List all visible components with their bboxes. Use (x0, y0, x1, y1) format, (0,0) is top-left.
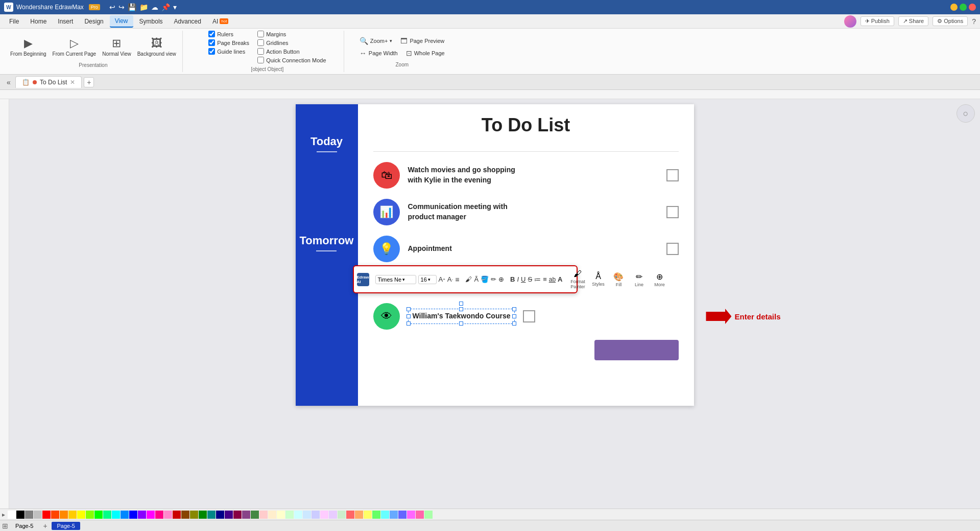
palette-expand-icon[interactable]: ▸ (2, 511, 5, 518)
color-swatch-38[interactable] (338, 511, 346, 519)
color-swatch-45[interactable] (398, 511, 407, 519)
color-swatch-21[interactable] (190, 511, 198, 519)
color-swatch-39[interactable] (346, 511, 354, 519)
menu-advanced[interactable]: Advanced (169, 16, 206, 27)
format-painter-icon[interactable]: 🖌 (465, 273, 472, 286)
color-swatch-44[interactable] (390, 511, 398, 519)
color-swatch-31[interactable] (277, 511, 285, 519)
color-swatch-37[interactable] (329, 511, 337, 519)
color-swatch-30[interactable] (268, 511, 276, 519)
page-tab-5-inactive[interactable]: Page-5 (10, 522, 38, 530)
todo-checkbox-2[interactable] (666, 206, 679, 218)
maximize-button[interactable] (960, 4, 967, 11)
todo-text-2[interactable]: Communication meeting withproduct manage… (408, 202, 658, 222)
color-swatch-36[interactable] (320, 511, 328, 519)
fill-button[interactable]: 🎨 Fill (609, 271, 628, 288)
cloud-icon[interactable]: ☁ (151, 3, 158, 11)
bold-button[interactable]: B (510, 273, 515, 286)
color-swatch-10[interactable] (94, 511, 103, 519)
undo-icon[interactable]: ↩ (109, 3, 115, 11)
bullet-list-button[interactable]: ≔ (534, 273, 541, 286)
menu-file[interactable]: File (4, 16, 24, 27)
more-icon[interactable]: ▾ (173, 3, 177, 11)
rulers-checkbox-row[interactable]: Rulers (208, 31, 249, 37)
fill-icon[interactable]: 🪣 (481, 273, 489, 286)
increase-font-button[interactable]: A+ (439, 273, 445, 286)
page-preview-button[interactable]: 🗖 Page Preview (397, 35, 447, 47)
styles-button[interactable]: Å Styles (589, 271, 607, 288)
color-swatch-1[interactable] (16, 511, 25, 519)
add-tab-button[interactable]: + (84, 77, 94, 87)
circle-button[interactable]: ○ (957, 104, 975, 123)
whole-page-button[interactable]: ⊡ Whole Page (403, 48, 448, 59)
normal-view-button[interactable]: ⊞ Normal View (100, 35, 133, 59)
color-swatch-46[interactable] (407, 511, 415, 519)
numbered-list-button[interactable]: ≡ (543, 273, 547, 286)
tab-todo-list[interactable]: 📋 To Do List ✕ (15, 76, 82, 88)
minimize-button[interactable] (950, 4, 958, 11)
margins-checkbox[interactable] (257, 31, 264, 37)
text-ab-button[interactable]: ab (549, 273, 556, 286)
more-options-icon[interactable]: ⊕ (498, 273, 504, 286)
color-swatch-32[interactable] (285, 511, 294, 519)
decrease-font-button[interactable]: A- (447, 273, 453, 286)
color-swatch-16[interactable] (147, 511, 155, 519)
purple-action-button[interactable] (594, 340, 679, 360)
strikethrough-button[interactable]: S (528, 273, 532, 286)
todo-checkbox-3[interactable] (666, 243, 679, 255)
gridlines-checkbox-row[interactable]: Gridlines (257, 39, 326, 46)
from-beginning-button[interactable]: ▶ From Beginning (8, 35, 49, 59)
gridlines-checkbox[interactable] (257, 39, 264, 46)
more-button[interactable]: ⊕ More (650, 271, 668, 288)
todo-text-3[interactable]: Appointment (408, 244, 658, 254)
folder-icon[interactable]: 📁 (139, 3, 148, 11)
color-swatch-29[interactable] (259, 511, 268, 519)
action-button-checkbox-row[interactable]: Action Button (257, 48, 326, 55)
page-breaks-checkbox[interactable] (208, 39, 215, 46)
color-swatch-28[interactable] (251, 511, 259, 519)
color-swatch-48[interactable] (424, 511, 433, 519)
rulers-checkbox[interactable] (208, 31, 215, 37)
color-swatch-9[interactable] (86, 511, 94, 519)
grid-view-icon[interactable]: ⊞ (2, 522, 8, 530)
color-swatch-18[interactable] (164, 511, 172, 519)
color-swatch-6[interactable] (60, 511, 68, 519)
color-swatch-43[interactable] (381, 511, 389, 519)
quick-connection-checkbox[interactable] (257, 57, 264, 63)
menu-ai[interactable]: AI hot (207, 16, 233, 27)
color-swatch-20[interactable] (181, 511, 189, 519)
tab-close-button[interactable]: ✕ (70, 79, 75, 86)
help-icon[interactable]: ? (972, 17, 976, 26)
add-page-button[interactable]: + (40, 521, 50, 530)
color-swatch-47[interactable] (416, 511, 424, 519)
font-family-select[interactable]: Times Ne ▾ (375, 275, 416, 284)
color-swatch-27[interactable] (242, 511, 250, 519)
color-swatch-19[interactable] (173, 511, 181, 519)
menu-insert[interactable]: Insert (53, 16, 78, 27)
color-swatch-7[interactable] (68, 511, 77, 519)
color-swatch-40[interactable] (355, 511, 363, 519)
color-swatch-8[interactable] (77, 511, 85, 519)
page-tab-5-active[interactable]: Page-5 (52, 522, 80, 530)
guide-lines-checkbox-row[interactable]: Guide lines (208, 48, 249, 55)
page-breaks-checkbox-row[interactable]: Page Breaks (208, 39, 249, 46)
color-swatch-4[interactable] (42, 511, 51, 519)
color-swatch-3[interactable] (34, 511, 42, 519)
styles-icon[interactable]: Ã (474, 273, 479, 286)
color-swatch-17[interactable] (155, 511, 163, 519)
font-color-button[interactable]: A (558, 273, 562, 286)
page-width-button[interactable]: ↔ Page Width (356, 48, 401, 59)
menu-design[interactable]: Design (79, 16, 108, 27)
from-current-page-button[interactable]: ▷ From Current Page (51, 35, 99, 59)
color-swatch-11[interactable] (103, 511, 111, 519)
edraw-ai-logo[interactable]: Edraw AI (357, 273, 369, 286)
background-view-button[interactable]: 🖼 Background view (135, 35, 178, 59)
share-button[interactable]: ↗ Share (898, 16, 928, 26)
todo-text-4[interactable]: William's Taekwondo Course (413, 311, 511, 321)
color-swatch-24[interactable] (216, 511, 224, 519)
pin-icon[interactable]: 📌 (161, 3, 170, 11)
todo-checkbox-1[interactable] (666, 169, 679, 181)
color-swatch-2[interactable] (25, 511, 33, 519)
color-swatch-5[interactable] (51, 511, 59, 519)
color-swatch-42[interactable] (372, 511, 380, 519)
